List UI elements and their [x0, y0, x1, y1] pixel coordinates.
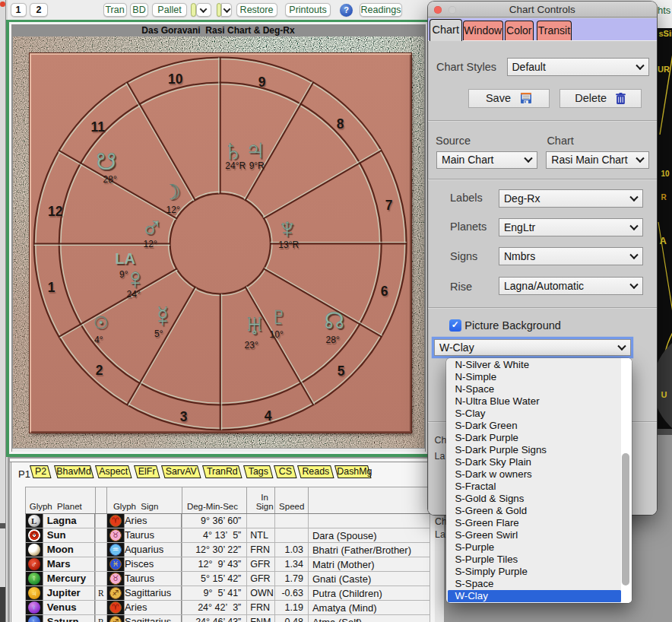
svg-text:5°: 5° [154, 328, 163, 339]
svg-text:♇︎: ♇︎ [269, 301, 289, 330]
svg-text:☽︎: ☽︎ [163, 181, 181, 204]
svg-text:12°: 12° [166, 205, 180, 215]
svg-text:24°R: 24°R [226, 160, 246, 171]
svg-text:4°: 4° [94, 335, 103, 345]
svg-text:☿︎: ☿︎ [152, 300, 174, 332]
svg-text:28°: 28° [326, 335, 340, 345]
svg-text:13°R: 13°R [279, 240, 300, 250]
svg-text:♅︎: ♅︎ [244, 309, 266, 341]
svg-text:2: 2 [96, 363, 103, 378]
svg-text:10: 10 [168, 71, 183, 87]
svg-text:4: 4 [265, 408, 272, 424]
svg-text:23°: 23° [245, 340, 258, 351]
svg-text:28°: 28° [103, 174, 117, 185]
svg-text:9°R: 9°R [249, 160, 265, 171]
svg-text:12: 12 [48, 204, 63, 219]
svg-text:9°: 9° [119, 269, 128, 280]
svg-text:11: 11 [91, 119, 106, 135]
svg-text:6: 6 [381, 284, 388, 299]
svg-text:5: 5 [338, 363, 345, 379]
svg-text:☊︎: ☊︎ [325, 307, 345, 332]
svg-text:☋︎: ☋︎ [97, 148, 117, 173]
svg-text:9: 9 [258, 75, 266, 90]
svg-text:3: 3 [180, 409, 188, 424]
svg-text:10°: 10° [270, 329, 284, 340]
svg-text:☉︎: ☉︎ [94, 313, 109, 332]
svg-text:LA: LA [116, 250, 136, 267]
svg-text:1: 1 [48, 280, 55, 295]
svg-text:7: 7 [385, 198, 393, 213]
svg-text:8: 8 [337, 116, 344, 132]
svg-text:12°: 12° [144, 239, 157, 249]
svg-text:24°: 24° [127, 289, 141, 300]
